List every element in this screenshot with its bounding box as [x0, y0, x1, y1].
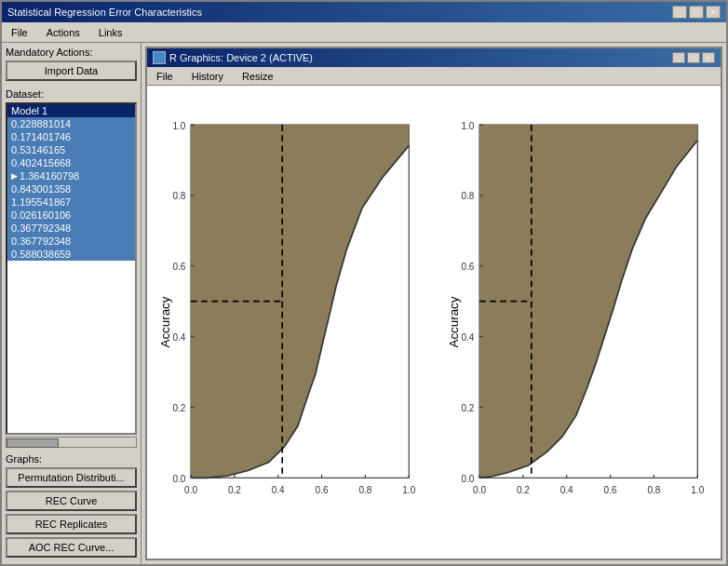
aoc-rec-curve-button[interactable]: AOC REC Curve... [6, 537, 137, 558]
svg-text:0.4: 0.4 [560, 485, 573, 495]
main-title: Statistical Regression Error Characteris… [7, 7, 202, 18]
svg-text:0.6: 0.6 [604, 485, 617, 495]
permutation-distribution-button[interactable]: Permutation Distributi... [6, 467, 137, 488]
right-y-axis-label: Accuracy [447, 296, 461, 347]
svg-text:1.0: 1.0 [462, 121, 475, 131]
svg-text:0.4: 0.4 [173, 332, 186, 343]
dataset-item-1[interactable]: 0.171401746 [7, 130, 135, 143]
rec-curve-button[interactable]: REC Curve [6, 491, 137, 511]
right-chart: Accuracy 0.0 [443, 93, 713, 551]
left-chart: Accuracy 0.0 [155, 93, 425, 551]
left-chart-plot: Accuracy 0.0 [155, 93, 425, 551]
r-title-buttons: _ □ × [672, 52, 715, 63]
dataset-scrollbar[interactable] [6, 437, 137, 448]
dataset-item-10[interactable]: 0.588038659 [7, 248, 135, 261]
svg-text:0.2: 0.2 [173, 403, 186, 413]
mandatory-actions-label: Mandatory Actions: [6, 47, 137, 58]
svg-text:0.8: 0.8 [462, 191, 475, 201]
main-window: Statistical Regression Error Characteris… [0, 0, 728, 566]
svg-text:0.6: 0.6 [316, 485, 329, 495]
r-window-title: R Graphics: Device 2 (ACTIVE) [169, 52, 313, 63]
svg-text:0.8: 0.8 [173, 191, 186, 201]
minimize-button[interactable]: _ [672, 6, 687, 19]
dataset-item-model1[interactable]: Model 1 [7, 104, 135, 117]
main-menu-bar: File Actions Links [2, 22, 726, 43]
rec-replicates-button[interactable]: REC Replicates [6, 514, 137, 534]
svg-text:0.0: 0.0 [173, 474, 186, 484]
dataset-item-7[interactable]: 0.026160106 [7, 209, 135, 222]
svg-text:0.6: 0.6 [462, 262, 475, 272]
menu-actions[interactable]: Actions [41, 25, 86, 40]
dataset-item-0[interactable]: 0.228881014 [7, 117, 135, 130]
r-title-bar: R Graphics: Device 2 (ACTIVE) _ □ × [147, 48, 721, 67]
main-title-bar: Statistical Regression Error Characteris… [2, 2, 726, 22]
left-y-axis-label: Accuracy [158, 296, 172, 347]
right-chart-svg: Accuracy 0.0 [443, 93, 713, 551]
menu-file[interactable]: File [6, 25, 34, 40]
svg-text:1.0: 1.0 [691, 485, 704, 495]
svg-text:0.0: 0.0 [462, 474, 475, 484]
close-button[interactable]: × [706, 6, 721, 19]
import-data-button[interactable]: Import Data [6, 61, 137, 81]
left-chart-svg: Accuracy 0.0 [155, 93, 425, 551]
dataset-item-8[interactable]: 0.367792348 [7, 222, 135, 235]
r-chart-content: Accuracy 0.0 [147, 86, 721, 559]
arrow-icon: ▶ [11, 171, 18, 181]
svg-text:0.0: 0.0 [473, 485, 486, 495]
svg-text:1.0: 1.0 [173, 121, 186, 131]
svg-text:0.2: 0.2 [462, 403, 475, 413]
left-panel: Mandatory Actions: Import Data Dataset: … [2, 43, 142, 564]
r-menu-file[interactable]: File [151, 69, 179, 84]
dataset-item-6[interactable]: 1.195541867 [7, 195, 135, 209]
content-area: Mandatory Actions: Import Data Dataset: … [2, 43, 726, 564]
maximize-button[interactable]: □ [689, 6, 704, 19]
scrollbar-thumb [7, 438, 59, 448]
r-close-button[interactable]: × [702, 52, 715, 63]
svg-text:0.6: 0.6 [173, 262, 186, 272]
r-maximize-button[interactable]: □ [687, 52, 700, 63]
svg-text:0.4: 0.4 [462, 332, 475, 343]
svg-text:0.2: 0.2 [517, 485, 530, 495]
right-chart-plot: Accuracy 0.0 [443, 93, 713, 551]
r-graphics-window: R Graphics: Device 2 (ACTIVE) _ □ × File… [145, 47, 722, 560]
r-window-icon [153, 51, 166, 64]
dataset-item-2[interactable]: 0.53146165 [7, 143, 135, 156]
r-menu-resize[interactable]: Resize [236, 69, 279, 84]
dataset-item-4[interactable]: ▶ 1.364160798 [7, 169, 135, 182]
graphs-label: Graphs: [6, 453, 137, 465]
dataset-label: Dataset: [6, 88, 137, 100]
r-minimize-button[interactable]: _ [672, 52, 685, 63]
svg-text:0.8: 0.8 [647, 485, 660, 495]
r-menu-bar: File History Resize [147, 67, 721, 86]
title-buttons: _ □ × [672, 6, 721, 19]
menu-links[interactable]: Links [93, 25, 128, 40]
svg-text:1.0: 1.0 [402, 485, 415, 495]
dataset-list[interactable]: Model 1 0.228881014 0.171401746 0.531461… [6, 102, 137, 435]
svg-text:0.8: 0.8 [358, 485, 371, 495]
r-menu-history[interactable]: History [186, 69, 229, 84]
svg-text:0.0: 0.0 [184, 485, 197, 495]
svg-text:0.4: 0.4 [272, 485, 285, 495]
dataset-item-5[interactable]: 0.843001358 [7, 182, 135, 195]
svg-text:0.2: 0.2 [228, 485, 241, 495]
dataset-item-3[interactable]: 0.402415668 [7, 156, 135, 169]
dataset-item-9[interactable]: 0.367792348 [7, 235, 135, 248]
